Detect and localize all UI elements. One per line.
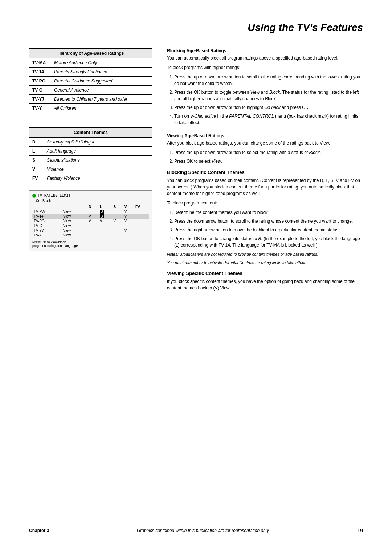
theme-code: D: [29, 138, 44, 147]
theme-desc: Violence: [44, 165, 152, 174]
theme-row: FV Fantasy Violence: [29, 174, 152, 183]
tv-code: TV-Y: [32, 233, 62, 238]
tv-code: TV-14: [32, 214, 62, 219]
viewing-step: Press the up or down arrow button to sel…: [174, 149, 363, 156]
tv-s: [112, 223, 123, 228]
tv-code: TV-Y7: [32, 228, 62, 233]
tv-code: TV-PG: [32, 219, 62, 223]
tv-v: V: [123, 214, 134, 219]
age-rating-row: TV-Y7 Directed to Children 7 years and o…: [29, 95, 152, 104]
age-rating-row: TV-14 Parents Strongly Cautioned: [29, 68, 152, 77]
tv-rating-title: TV RATING LIMIT: [38, 194, 70, 198]
theme-desc: Sexually explicit dialogue: [44, 138, 152, 147]
blocking-content-intro: You can block programs based on their co…: [167, 177, 363, 197]
tv-l: [98, 228, 112, 233]
note1: Notes: Broadcasters are not required to …: [167, 251, 363, 257]
tv-status: View: [62, 223, 87, 228]
theme-row: L Adult language: [29, 147, 152, 156]
tv-d: [87, 228, 98, 233]
right-column: Blocking Age-Based Ratings You can autom…: [167, 48, 363, 294]
tv-l: V: [98, 219, 112, 223]
tv-fv: [134, 209, 149, 214]
age-rating-desc: General Audience: [51, 86, 152, 95]
tv-code: TV-MA: [32, 209, 62, 214]
page-footer: Chapter 3 Graphics contained within this…: [29, 524, 363, 533]
page: Using the TV's Features Hierarchy of Age…: [0, 0, 392, 548]
blocking-content-step: Press the right arrow button to move the…: [174, 227, 363, 233]
tv-status: View: [62, 228, 87, 233]
age-rating-code: TV-Y7: [29, 95, 51, 104]
theme-desc: Sexual situations: [44, 156, 152, 165]
tv-code: TV-G: [32, 223, 62, 228]
green-dot-icon: [32, 194, 36, 198]
tv-footer-line1: Press OK to view/block: [32, 240, 149, 244]
left-column: Hierarchy of Age-Based Ratings TV-MA Mat…: [29, 48, 152, 294]
tv-s: V: [112, 219, 123, 223]
blocking-age-heading-small: Blocking Age-Based Ratings: [167, 48, 363, 53]
age-rating-code: TV-G: [29, 86, 51, 95]
tv-s: [112, 233, 123, 238]
tv-l: B: [98, 209, 112, 214]
viewing-content-heading: Viewing Specific Content Themes: [167, 271, 363, 276]
tv-v: [123, 233, 134, 238]
tv-rating-row: TV-PG View V V V V: [32, 219, 149, 223]
tv-v: V: [123, 209, 134, 214]
theme-code: V: [29, 165, 44, 174]
blocking-age-intro: You can automatically block all program …: [167, 55, 363, 61]
viewing-content-intro: If you block specific content themes, yo…: [167, 278, 363, 291]
blocking-step: Turn on V-Chip active in the PARENTAL CO…: [174, 113, 363, 126]
tv-rating-row: TV-G View: [32, 223, 149, 228]
tv-fv: [134, 228, 149, 233]
footer-page-number: 19: [357, 528, 363, 533]
tv-v: V: [123, 219, 134, 223]
theme-row: S Sexual situations: [29, 156, 152, 165]
blocking-content-heading: Blocking Specific Content Themes: [167, 170, 363, 175]
tv-status: View: [62, 233, 87, 238]
tv-v: V: [123, 228, 134, 233]
theme-row: D Sexually explicit dialogue: [29, 138, 152, 147]
age-rating-row: TV-G General Audience: [29, 86, 152, 95]
tv-fv: [134, 214, 149, 219]
age-rating-desc: Directed to Children 7 years and older: [51, 95, 152, 104]
theme-desc: Fantasy Violence: [44, 174, 152, 183]
tv-d: [87, 233, 98, 238]
tv-l: B: [98, 214, 112, 219]
theme-code: L: [29, 147, 44, 156]
tv-rating-row: TV-Y7 View V: [32, 228, 149, 233]
blocking-content-steps-list: Determine the content themes you want to…: [174, 209, 363, 248]
age-rating-desc: Parents Strongly Cautioned: [51, 68, 152, 77]
age-rating-desc: All Children: [51, 104, 152, 113]
viewing-steps-list: Press the up or down arrow button to sel…: [174, 149, 363, 165]
age-ratings-table: Hierarchy of Age-Based Ratings TV-MA Mat…: [29, 48, 152, 113]
viewing-step: Press OK to select View.: [174, 158, 363, 165]
tv-footer-line2: prog. containing adult language.: [32, 244, 149, 248]
age-rating-row: TV-Y All Children: [29, 104, 152, 113]
tv-rating-box: TV RATING LIMIT Go Back D L S V FV: [29, 190, 152, 251]
tv-s: [112, 214, 123, 219]
tv-rating-data-table: D L S V FV TV-MA View B V TV-14 View V B: [32, 204, 149, 238]
blocking-content-step: Determine the content themes you want to…: [174, 209, 363, 216]
footer-note: Graphics contained within this publicati…: [137, 528, 270, 533]
page-title: Using the TV's Features: [29, 22, 363, 37]
tv-rating-row: TV-Y View: [32, 233, 149, 238]
tv-s: [112, 228, 123, 233]
footer-chapter: Chapter 3: [29, 528, 49, 533]
tv-v: [123, 223, 134, 228]
age-rating-desc: Parental Guidance Suggested: [51, 77, 152, 86]
tv-fv: [134, 233, 149, 238]
tv-status: View: [62, 209, 87, 214]
content-area: Hierarchy of Age-Based Ratings TV-MA Mat…: [29, 48, 363, 294]
tv-d: [87, 223, 98, 228]
tv-rating-row: TV-14 View V B V: [32, 214, 149, 219]
tv-fv: [134, 223, 149, 228]
age-rating-desc: Mature Audience Only: [51, 58, 152, 68]
tv-s: [112, 209, 123, 214]
age-rating-code: TV-Y: [29, 104, 51, 113]
theme-code: FV: [29, 174, 44, 183]
age-rating-code: TV-PG: [29, 77, 51, 86]
tv-status: View: [62, 219, 87, 223]
age-rating-code: TV-14: [29, 68, 51, 77]
tv-rating-row: TV-MA View B V: [32, 209, 149, 214]
tv-status: View: [62, 214, 87, 219]
viewing-age-heading-small: Viewing Age-Based Ratings: [167, 133, 363, 138]
